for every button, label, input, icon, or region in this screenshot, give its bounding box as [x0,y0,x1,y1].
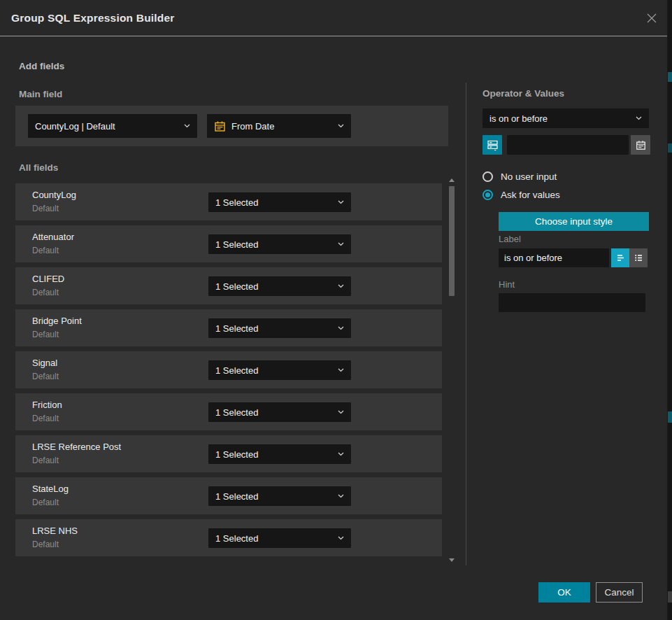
field-name: CLIFED [32,274,64,284]
field-name: CountyLog [32,190,76,200]
radio-no-user-input-label: No user input [501,171,557,182]
selected-count-label: 1 Selected [215,365,332,376]
all-fields-label: All fields [19,162,58,173]
field-name: Bridge Point [32,316,82,326]
field-subtitle: Default [32,288,59,297]
bulleted-list-icon [634,253,643,262]
scrollbar-thumb[interactable] [449,186,455,296]
field-selected-dropdown[interactable]: 1 Selected [208,402,351,422]
background-strip-segment [668,591,672,603]
chevron-down-icon [338,200,344,204]
add-fields-heading: Add fields [19,61,64,71]
chevron-down-icon [338,368,344,372]
selected-count-label: 1 Selected [215,533,332,544]
operator-select-value: is on or before [489,113,630,124]
field-selected-dropdown[interactable]: 1 Selected [208,360,351,380]
radio-icon [482,171,493,182]
ok-button[interactable]: OK [538,582,590,603]
main-layer-select[interactable]: CountyLog | Default [28,114,197,138]
chevron-down-icon [338,536,344,540]
group-sql-expression-builder-dialog: Group SQL Expression Builder Add fields … [0,0,668,620]
selected-count-label: 1 Selected [215,449,332,460]
field-row: StateLog Default 1 Selected [15,477,442,514]
single-value-toggle-button[interactable] [611,248,629,267]
chevron-down-icon [338,284,344,288]
chevron-down-icon [338,242,344,246]
background-strip-segment [668,143,672,153]
field-selected-dropdown[interactable]: 1 Selected [208,528,351,548]
radio-ask-for-values-label: Ask for values [501,190,560,200]
field-selected-dropdown[interactable]: 1 Selected [208,192,351,212]
field-subtitle: Default [32,330,59,339]
unique-values-icon [487,139,499,151]
choose-input-style-button[interactable]: Choose input style [499,212,649,231]
selected-count-label: 1 Selected [215,239,332,250]
unique-values-button[interactable] [482,135,502,155]
field-subtitle: Default [32,456,59,465]
all-fields-list: CountyLog Default 1 Selected Attenuator … [15,183,442,561]
cancel-button[interactable]: Cancel [596,582,643,603]
field-name: Attenuator [32,232,74,242]
chevron-down-icon [636,116,642,120]
main-layer-select-value: CountyLog | Default [35,121,178,132]
main-date-select-value: From Date [231,121,332,132]
main-field-label: Main field [19,89,62,99]
field-selected-dropdown[interactable]: 1 Selected [208,276,351,296]
field-selected-dropdown[interactable]: 1 Selected [208,318,351,338]
field-name: Signal [32,358,57,368]
main-date-field-select[interactable]: From Date [207,114,351,138]
field-selected-dropdown[interactable]: 1 Selected [208,486,351,506]
selected-count-label: 1 Selected [215,323,332,334]
field-row: LRSE NHS Default 1 Selected [15,519,442,556]
radio-no-user-input[interactable]: No user input [482,171,557,182]
radio-ask-for-values[interactable]: Ask for values [482,190,560,200]
value-entry-row [482,135,650,155]
label-field-label: Label [499,234,521,244]
operator-values-heading: Operator & Values [482,88,564,99]
field-row: Bridge Point Default 1 Selected [15,309,442,346]
field-row: Signal Default 1 Selected [15,351,442,388]
hint-input[interactable] [499,293,645,312]
calendar-icon [214,120,226,132]
dialog-title: Group SQL Expression Builder [11,12,175,24]
chevron-down-icon [184,124,190,128]
field-row: CLIFED Default 1 Selected [15,267,442,304]
label-entry-row [499,248,648,267]
field-name: LRSE NHS [32,526,78,536]
selected-count-label: 1 Selected [215,491,332,502]
field-row: Friction Default 1 Selected [15,393,442,430]
date-picker-button[interactable] [631,135,650,155]
value-input[interactable] [507,135,629,155]
chevron-down-icon [338,452,344,456]
scroll-up-arrow-icon[interactable] [449,178,455,182]
background-strip-segment [668,72,672,82]
field-subtitle: Default [32,540,59,549]
field-name: StateLog [32,484,69,494]
chevron-down-icon [338,410,344,414]
operator-select[interactable]: is on or before [482,108,649,128]
screen: Group SQL Expression Builder Add fields … [0,0,672,620]
list-scrollbar[interactable] [448,177,456,563]
background-strip [668,0,672,620]
field-name: LRSE Reference Post [32,442,121,452]
scroll-down-arrow-icon[interactable] [449,558,455,562]
radio-icon [482,190,493,200]
field-row: LRSE Reference Post Default 1 Selected [15,435,442,472]
column-divider [466,83,466,565]
list-value-toggle-button[interactable] [629,248,648,267]
field-subtitle: Default [32,414,59,423]
field-subtitle: Default [32,246,59,255]
chevron-down-icon [338,326,344,330]
field-name: Friction [32,400,62,410]
main-field-panel: CountyLog | Default From Date [15,106,448,146]
field-selected-dropdown[interactable]: 1 Selected [208,444,351,464]
selected-count-label: 1 Selected [215,281,332,292]
selected-count-label: 1 Selected [215,197,332,208]
field-selected-dropdown[interactable]: 1 Selected [208,234,351,254]
chevron-down-icon [338,124,344,128]
chevron-down-icon [338,494,344,498]
field-subtitle: Default [32,204,59,213]
operator-values-panel: Operator & Values is on or before [482,0,650,620]
field-subtitle: Default [32,498,59,507]
label-input[interactable] [499,248,609,267]
